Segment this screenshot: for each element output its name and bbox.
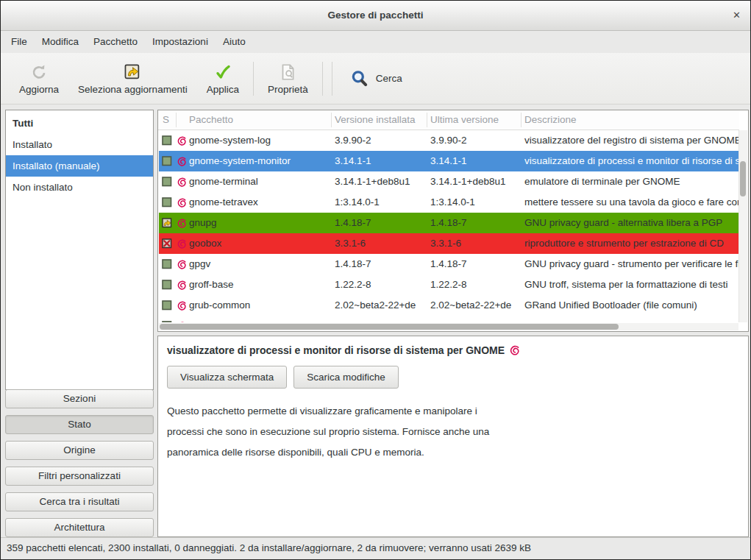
refresh-button[interactable]: Aggiorna — [10, 63, 68, 95]
package-name: gpgv — [189, 254, 332, 274]
origin-button[interactable]: Origine — [5, 441, 154, 460]
toolbar: Aggiorna Seleziona aggiornamenti Applica… — [1, 53, 750, 104]
menubar: File Modifica Pacchetto Impostazioni Aiu… — [1, 31, 750, 53]
package-table: S Pacchetto Versione installata Ultima v… — [157, 110, 749, 332]
mark-upgrades-button[interactable]: Seleziona aggiornamenti — [68, 63, 197, 95]
filter-item-non-installato[interactable]: Non installato — [6, 177, 153, 198]
installed-status-icon[interactable] — [162, 197, 172, 208]
package-description: visualizzatore del registro di sistema p… — [524, 130, 738, 151]
installed-status-icon[interactable] — [162, 177, 172, 187]
installed-status-icon[interactable] — [162, 135, 172, 146]
table-header: S Pacchetto Versione installata Ultima v… — [158, 110, 739, 130]
column-divider — [331, 113, 332, 127]
package-name: goobox — [189, 233, 332, 254]
details-description-line: panoramica delle risorse disponibili, qu… — [167, 442, 739, 463]
latest-version: 2.02~beta2-22+de — [430, 295, 523, 316]
package-row[interactable]: gnupg1.4.18-71.4.18-7GNU privacy guard -… — [159, 213, 738, 233]
horizontal-scrollbar[interactable] — [159, 323, 738, 330]
column-divider — [176, 113, 177, 127]
debian-swirl-icon — [177, 218, 187, 228]
installed-status-icon[interactable] — [162, 300, 172, 311]
package-name: gnome-system-log — [189, 130, 332, 151]
debian-swirl-icon — [177, 197, 187, 208]
package-description: GNU privacy guard - alternativa libera a… — [524, 213, 738, 233]
installed-version: 1:3.14.0-1 — [335, 192, 428, 213]
package-name: gnupg — [189, 213, 332, 233]
toolbar-separator — [253, 62, 254, 96]
package-name: grub-common — [189, 295, 332, 316]
package-row[interactable]: gpgv1.4.18-71.4.18-7GNU privacy guard - … — [159, 254, 738, 274]
vertical-scrollbar[interactable] — [738, 130, 747, 322]
column-header-package[interactable]: Pacchetto — [189, 110, 329, 130]
latest-version: 3.14.1-1+deb8u1 — [430, 171, 523, 192]
search-label: Cerca — [376, 73, 402, 84]
package-description: visualizzatore di processi e monitor di … — [524, 151, 738, 171]
remove-mark-icon[interactable] — [162, 238, 172, 249]
package-rows: gnome-system-log3.9.90-23.9.90-2visualiz… — [159, 130, 738, 322]
debian-swirl-icon — [177, 280, 187, 290]
properties-icon — [278, 63, 297, 82]
sections-button[interactable]: Sezioni — [5, 389, 154, 408]
package-row[interactable]: gnome-terminal3.14.1-1+deb8u13.14.1-1+de… — [159, 171, 738, 192]
architecture-button[interactable]: Architettura — [5, 518, 154, 537]
latest-version: 1.22.2-8 — [430, 274, 523, 295]
column-header-latest-version[interactable]: Ultima versione — [430, 110, 519, 130]
column-header-description[interactable]: Descrizione — [524, 110, 738, 130]
refresh-icon — [29, 63, 49, 82]
menu-modifica[interactable]: Modifica — [35, 31, 86, 53]
package-name: gnome-tetravex — [189, 192, 332, 213]
column-header-status[interactable]: S — [163, 110, 180, 130]
apply-checkmark-icon — [213, 63, 232, 82]
search-icon — [350, 69, 369, 88]
status-button[interactable]: Stato — [5, 415, 154, 434]
debian-swirl-icon — [177, 135, 187, 146]
menu-pacchetto[interactable]: Pacchetto — [86, 31, 145, 53]
search-button[interactable]: Cerca — [337, 69, 416, 88]
statusbar: 359 pacchetti elencati, 2300 installati,… — [1, 537, 750, 559]
installed-version: 1.4.18-7 — [335, 254, 428, 274]
installed-status-icon[interactable] — [162, 259, 172, 269]
installed-version: 1.4.18-7 — [335, 213, 428, 233]
column-divider — [427, 113, 427, 127]
properties-button[interactable]: Proprietà — [258, 63, 318, 95]
details-description-line: processi che sono in esecuzione sul prop… — [167, 422, 739, 442]
vertical-scrollbar-thumb[interactable] — [740, 161, 746, 196]
filter-item-installato[interactable]: Installato — [6, 134, 153, 155]
package-row[interactable]: gnome-system-monitor3.14.1-13.14.1-1visu… — [159, 151, 738, 171]
installed-status-icon[interactable] — [162, 280, 172, 290]
package-row[interactable]: grub-common2.02~beta2-22+de2.02~beta2-22… — [159, 295, 738, 316]
titlebar[interactable]: Gestore di pacchetti ✕ — [1, 1, 750, 31]
filter-item-tutti[interactable]: Tutti — [6, 113, 153, 134]
package-row[interactable]: gnome-system-log3.9.90-23.9.90-2visualiz… — [159, 130, 738, 151]
debian-swirl-icon — [177, 300, 187, 311]
custom-filters-button[interactable]: Filtri personalizzati — [5, 467, 154, 486]
horizontal-scrollbar-thumb[interactable] — [160, 324, 619, 330]
details-title-text: visualizzatore di processi e monitor di … — [167, 344, 505, 356]
package-row[interactable]: gnome-tetravex1:3.14.0-11:3.14.0-1metter… — [159, 192, 738, 213]
installed-status-icon[interactable] — [162, 321, 172, 322]
reinstall-mark-icon[interactable] — [162, 218, 172, 228]
menu-file[interactable]: File — [4, 31, 35, 53]
package-row[interactable]: goobox3.3.1-63.3.1-6riproduttore e strum… — [159, 233, 738, 254]
filter-item-installato-manuale[interactable]: Installato (manuale) — [6, 155, 153, 177]
apply-button[interactable]: Applica — [197, 63, 249, 95]
installed-version: 1.22.2-8 — [335, 274, 428, 295]
column-header-installed-version[interactable]: Versione installata — [335, 110, 426, 130]
menu-aiuto[interactable]: Aiuto — [216, 31, 253, 53]
view-screenshot-button[interactable]: Visualizza schermata — [167, 366, 287, 389]
debian-swirl-icon — [177, 259, 187, 269]
close-icon[interactable]: ✕ — [733, 1, 741, 30]
installed-status-icon[interactable] — [162, 156, 172, 166]
menu-impostazioni[interactable]: Impostazioni — [145, 31, 216, 53]
latest-version: 3.14.1-1 — [430, 151, 523, 171]
refresh-label: Aggiorna — [19, 84, 59, 95]
debian-swirl-icon — [177, 177, 187, 187]
download-changelog-button[interactable]: Scarica modifiche — [293, 366, 399, 389]
package-row[interactable]: grub-pc2.02~beta2-22+de2.02~beta2-22+deG… — [159, 316, 738, 322]
filter-buttons: Sezioni Stato Origine Filtri personalizz… — [5, 389, 154, 537]
search-results-button[interactable]: Cerca tra i risultati — [5, 492, 154, 511]
package-row[interactable]: groff-base1.22.2-81.22.2-8GNU troff, sis… — [159, 274, 738, 295]
installed-version: 3.14.1-1+deb8u1 — [335, 171, 428, 192]
toolbar-separator — [322, 62, 323, 96]
package-name: gnome-terminal — [189, 171, 332, 192]
